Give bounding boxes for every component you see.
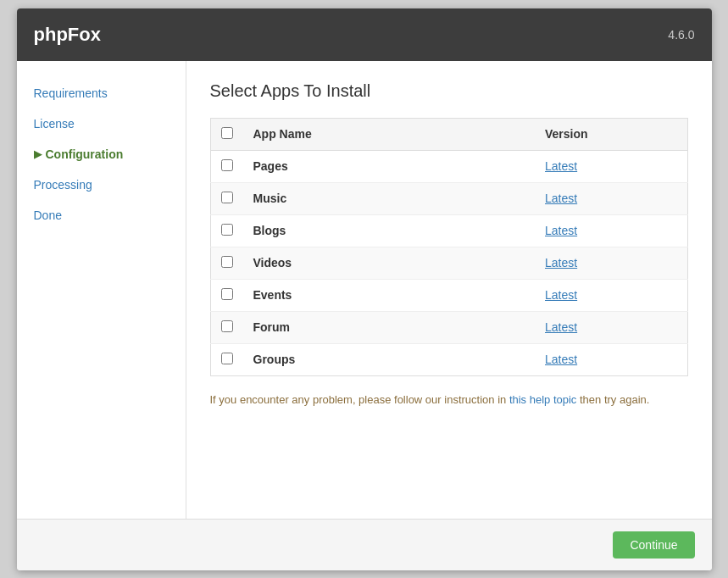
- table-row: BlogsLatest: [210, 214, 687, 247]
- app-checkbox-pages[interactable]: [221, 159, 233, 171]
- active-arrow-icon: ▶: [34, 148, 42, 160]
- app-checkbox-groups[interactable]: [221, 353, 233, 364]
- app-checkbox-cell: [210, 279, 243, 311]
- app-name-cell: Groups: [243, 343, 536, 375]
- body: RequirementsLicense▶ConfigurationProcess…: [17, 61, 712, 519]
- app-version: 4.6.0: [668, 28, 694, 42]
- col-header-version: Version: [535, 118, 687, 150]
- sidebar-item-label: License: [34, 117, 75, 131]
- app-version-link[interactable]: Latest: [545, 353, 577, 366]
- help-link[interactable]: this help topic: [509, 393, 577, 406]
- apps-table: App Name Version PagesLatestMusicLatestB…: [210, 118, 688, 376]
- app-version-link[interactable]: Latest: [545, 192, 577, 205]
- help-text-before: If you encounter any problem, please fol…: [210, 393, 509, 406]
- app-checkbox-videos[interactable]: [221, 256, 233, 268]
- app-version-link[interactable]: Latest: [545, 256, 577, 270]
- table-row: GroupsLatest: [210, 343, 687, 375]
- page-title: Select Apps To Install: [210, 81, 688, 101]
- sidebar: RequirementsLicense▶ConfigurationProcess…: [17, 61, 186, 519]
- app-name-cell: Videos: [243, 247, 536, 279]
- app-name-cell: Blogs: [243, 214, 536, 247]
- header: phpFox 4.6.0: [17, 8, 712, 61]
- help-text: If you encounter any problem, please fol…: [210, 393, 688, 406]
- table-row: PagesLatest: [210, 150, 687, 182]
- app-version-cell: Latest: [535, 214, 687, 247]
- table-row: ForumLatest: [210, 311, 687, 343]
- app-checkbox-forum[interactable]: [221, 320, 233, 332]
- app-name-cell: Forum: [243, 311, 536, 343]
- app-version-link[interactable]: Latest: [545, 320, 577, 334]
- app-version-link[interactable]: Latest: [545, 159, 577, 173]
- app-name-cell: Pages: [243, 150, 536, 182]
- app-version-cell: Latest: [535, 150, 687, 182]
- installer-window: phpFox 4.6.0 RequirementsLicense▶Configu…: [17, 8, 712, 570]
- app-checkbox-cell: [210, 247, 243, 279]
- table-row: VideosLatest: [210, 247, 687, 279]
- sidebar-item-label: Processing: [34, 178, 92, 192]
- footer: Continue: [17, 519, 712, 570]
- app-version-cell: Latest: [535, 311, 687, 343]
- help-text-after: then try again.: [576, 393, 649, 406]
- app-checkbox-music[interactable]: [221, 192, 233, 203]
- app-checkbox-blogs[interactable]: [221, 224, 233, 236]
- sidebar-item-done[interactable]: Done: [17, 200, 186, 231]
- col-header-appname: App Name: [243, 118, 536, 150]
- app-name-cell: Music: [243, 182, 536, 214]
- sidebar-item-processing[interactable]: Processing: [17, 170, 186, 200]
- sidebar-item-configuration[interactable]: ▶Configuration: [17, 139, 186, 170]
- app-version-cell: Latest: [535, 279, 687, 311]
- app-checkbox-cell: [210, 182, 243, 214]
- continue-button[interactable]: Continue: [613, 531, 694, 559]
- app-version-cell: Latest: [535, 343, 687, 375]
- table-row: EventsLatest: [210, 279, 687, 311]
- app-checkbox-cell: [210, 150, 243, 182]
- sidebar-item-requirements[interactable]: Requirements: [17, 78, 186, 108]
- app-title: phpFox: [34, 24, 101, 46]
- sidebar-item-label: Configuration: [46, 147, 124, 161]
- main-content: Select Apps To Install App Name Version …: [186, 61, 712, 519]
- col-header-checkbox: [210, 118, 243, 150]
- app-version-link[interactable]: Latest: [545, 288, 577, 302]
- app-version-cell: Latest: [535, 247, 687, 279]
- app-name-cell: Events: [243, 279, 536, 311]
- sidebar-item-label: Done: [34, 208, 62, 222]
- sidebar-item-license[interactable]: License: [17, 108, 186, 139]
- app-checkbox-cell: [210, 214, 243, 247]
- app-checkbox-cell: [210, 311, 243, 343]
- app-checkbox-events[interactable]: [221, 288, 233, 300]
- app-version-link[interactable]: Latest: [545, 224, 577, 237]
- app-version-cell: Latest: [535, 182, 687, 214]
- select-all-checkbox[interactable]: [221, 127, 233, 139]
- app-checkbox-cell: [210, 343, 243, 375]
- sidebar-item-label: Requirements: [34, 86, 108, 100]
- table-row: MusicLatest: [210, 182, 687, 214]
